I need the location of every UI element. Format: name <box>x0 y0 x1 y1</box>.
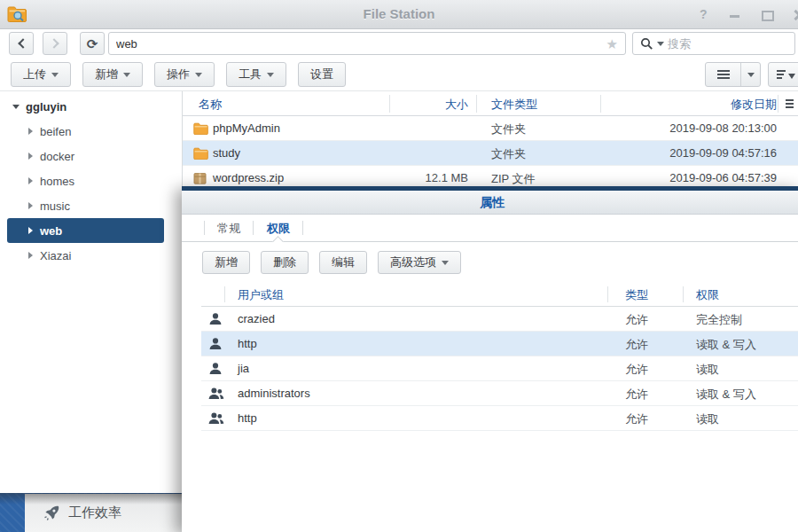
sidebar-root-label: ggluyin <box>26 100 66 113</box>
permission-type: 允许 <box>625 312 648 328</box>
sidebar-item-web[interactable]: web <box>7 218 164 243</box>
tree-collapsed-arrow-icon[interactable] <box>28 227 33 234</box>
file-name: phpMyAdmin <box>213 121 280 135</box>
sidebar-item-beifen[interactable]: beifen <box>7 119 164 144</box>
path-input[interactable] <box>109 37 599 51</box>
favorite-star-icon[interactable]: ★ <box>599 37 625 51</box>
permission-type: 允许 <box>625 337 648 353</box>
permissions-table: 用户或组 类型 权限 crazied 允许 完全控制 http 允许 读取 & … <box>201 282 798 431</box>
permission-type: 允许 <box>625 411 648 427</box>
folder-tree-sidebar: ggluyin beifen docker homes music web Xi… <box>0 91 183 493</box>
toolbar-button-上传[interactable]: 上传 <box>11 62 71 87</box>
rocket-icon <box>43 505 60 522</box>
view-mode-caret-icon <box>747 73 755 77</box>
sidebar-item-music[interactable]: music <box>7 193 164 218</box>
toolbar-button-操作[interactable]: 操作 <box>154 62 215 87</box>
file-list-header: 名称 大小 文件类型 修改日期 <box>183 91 798 116</box>
tree-expanded-arrow-icon[interactable] <box>12 105 20 109</box>
file-row[interactable]: study 文件夹 2019-09-09 04:57:16 <box>183 141 798 166</box>
dialog-button-高级选项[interactable]: 高级选项 <box>378 251 461 274</box>
back-button[interactable] <box>9 32 34 55</box>
file-modified-date: 2019-09-06 04:57:39 <box>599 171 777 184</box>
column-settings-icon[interactable] <box>786 99 794 108</box>
column-header-name[interactable]: 名称 <box>199 97 222 113</box>
column-header-type[interactable]: 文件类型 <box>491 97 537 113</box>
tree-collapsed-arrow-icon[interactable] <box>28 252 33 259</box>
file-type: 文件夹 <box>491 121 526 137</box>
help-icon[interactable] <box>697 9 709 21</box>
zip-file-icon <box>193 172 207 184</box>
user-or-group-name: crazied <box>238 312 275 325</box>
file-name: wordpress.zip <box>213 171 284 184</box>
file-modified-date: 2019-09-08 20:13:00 <box>599 121 777 135</box>
search-icon <box>640 37 653 51</box>
window-controls <box>697 0 798 29</box>
file-modified-date: 2019-09-09 04:57:16 <box>599 146 777 160</box>
permission-value: 读取 <box>696 411 719 427</box>
user-or-group-name: http <box>238 337 257 350</box>
permission-row[interactable]: http 允许 读取 & 写入 <box>201 332 798 356</box>
column-header-user-or-group[interactable]: 用户或组 <box>238 287 284 303</box>
sidebar-item-Xiazai[interactable]: Xiazai <box>7 243 164 268</box>
maximize-icon[interactable] <box>761 9 773 21</box>
refresh-icon: ⟳ <box>87 37 98 51</box>
permission-type: 允许 <box>625 362 648 378</box>
permission-row[interactable]: administrators 允许 读取 & 写入 <box>201 381 798 406</box>
user-icon <box>208 312 223 325</box>
sidebar-item-homes[interactable]: homes <box>7 168 164 193</box>
toolbar-button-设置[interactable]: 设置 <box>298 62 346 87</box>
search-options-caret-icon[interactable] <box>657 42 664 46</box>
dialog-button-新增[interactable]: 新增 <box>202 251 250 274</box>
dropdown-caret-icon <box>267 73 274 77</box>
permission-value: 完全控制 <box>696 312 742 328</box>
toolbar-button-工具[interactable]: 工具 <box>226 62 286 87</box>
file-size: 12.1 MB <box>360 171 468 184</box>
column-header-perm-type[interactable]: 类型 <box>625 287 648 303</box>
permission-value: 读取 & 写入 <box>696 337 756 353</box>
column-header-size[interactable]: 大小 <box>360 97 468 113</box>
dropdown-caret-icon <box>123 73 130 77</box>
tree-collapsed-arrow-icon[interactable] <box>28 177 33 184</box>
close-icon[interactable] <box>793 9 798 21</box>
column-header-permission[interactable]: 权限 <box>696 287 719 303</box>
file-row[interactable]: phpMyAdmin 文件夹 2019-09-08 20:13:00 <box>183 116 798 141</box>
tree-collapsed-arrow-icon[interactable] <box>28 153 33 160</box>
dialog-title[interactable]: 属性 <box>182 191 798 215</box>
desktop-productivity-widget[interactable]: 工作效率 <box>25 494 182 532</box>
list-view-icon <box>717 70 730 79</box>
group-icon <box>208 387 224 400</box>
column-header-modified[interactable]: 修改日期 <box>599 97 777 113</box>
toolbar-button-新增[interactable]: 新增 <box>82 62 143 87</box>
permission-row[interactable]: jia 允许 读取 <box>201 356 798 381</box>
folder-icon <box>193 147 208 160</box>
search-input[interactable] <box>668 37 798 51</box>
forward-button[interactable] <box>43 32 67 55</box>
view-mode-button[interactable] <box>705 62 761 87</box>
folder-icon <box>193 122 208 135</box>
widget-label: 工作效率 <box>68 505 121 521</box>
path-field: ★ <box>108 32 626 55</box>
group-icon <box>208 411 224 425</box>
permission-row[interactable]: http 允许 读取 <box>201 406 798 431</box>
sort-arrow-icon <box>788 74 795 79</box>
minimize-icon[interactable] <box>729 9 741 21</box>
dropdown-caret-icon <box>195 73 202 77</box>
user-or-group-name: administrators <box>238 387 310 400</box>
toolbar: 上传 新增 操作 工具 设置 <box>0 59 798 91</box>
dialog-button-删除[interactable]: 删除 <box>261 251 309 274</box>
permission-type: 允许 <box>625 387 648 403</box>
sidebar-item-docker[interactable]: docker <box>7 144 164 168</box>
navigation-bar: ⟳ ★ <box>0 30 798 59</box>
refresh-button[interactable]: ⟳ <box>80 32 105 55</box>
file-name: study <box>213 146 240 160</box>
window-title: File Station <box>0 6 798 21</box>
chevron-right-icon <box>49 38 59 48</box>
chevron-left-icon <box>18 38 27 48</box>
dialog-button-编辑[interactable]: 编辑 <box>319 251 367 274</box>
tree-collapsed-arrow-icon[interactable] <box>28 128 33 135</box>
permission-row[interactable]: crazied 允许 完全控制 <box>201 307 798 332</box>
sidebar-item-root[interactable]: ggluyin <box>7 94 164 119</box>
tree-collapsed-arrow-icon[interactable] <box>28 202 33 209</box>
sort-button[interactable] <box>768 62 798 87</box>
dialog-tab-常规[interactable]: 常规 <box>204 215 254 241</box>
